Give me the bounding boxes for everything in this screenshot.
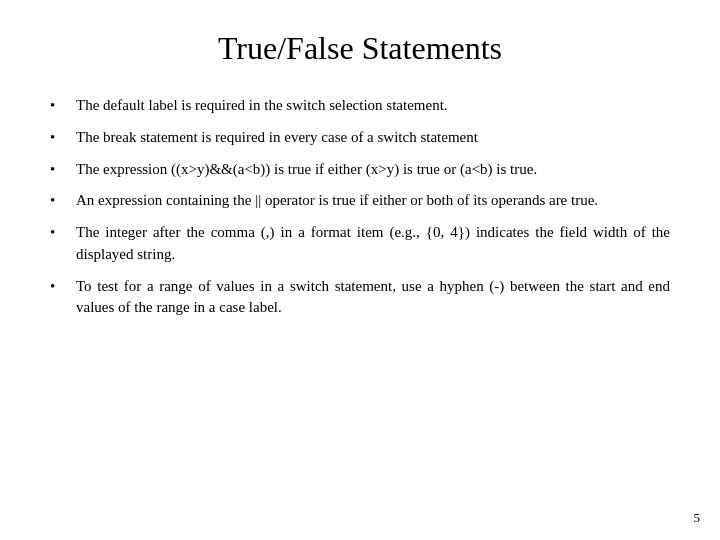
bullet-marker: •	[50, 159, 70, 181]
bullet-marker: •	[50, 190, 70, 212]
slide-title: True/False Statements	[50, 30, 670, 67]
bullet-text-2: The break statement is required in every…	[76, 127, 670, 149]
bullet-text-3: The expression ((x>y)&&(a<b)) is true if…	[76, 159, 670, 181]
page-number: 5	[694, 510, 701, 526]
bullet-marker: •	[50, 222, 70, 244]
bullet-text-5: The integer after the comma (,) in a for…	[76, 222, 670, 266]
list-item: • To test for a range of values in a swi…	[50, 276, 670, 320]
list-item: • The expression ((x>y)&&(a<b)) is true …	[50, 159, 670, 181]
bullet-text-4: An expression containing the || operator…	[76, 190, 670, 212]
list-item: • The break statement is required in eve…	[50, 127, 670, 149]
bullet-marker: •	[50, 127, 70, 149]
list-item: • The default label is required in the s…	[50, 95, 670, 117]
list-item: • The integer after the comma (,) in a f…	[50, 222, 670, 266]
bullet-list: • The default label is required in the s…	[50, 95, 670, 510]
list-item: • An expression containing the || operat…	[50, 190, 670, 212]
bullet-text-6: To test for a range of values in a switc…	[76, 276, 670, 320]
bullet-marker: •	[50, 95, 70, 117]
bullet-text-1: The default label is required in the swi…	[76, 95, 670, 117]
bullet-marker: •	[50, 276, 70, 298]
slide: True/False Statements • The default labe…	[0, 0, 720, 540]
